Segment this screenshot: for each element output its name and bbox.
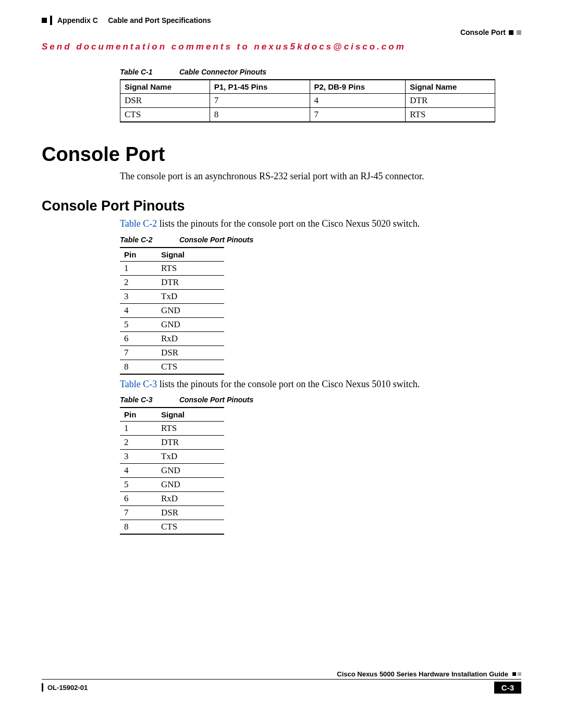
col-header: Signal Name [406,80,495,94]
table-row: 3TxD [120,449,224,463]
table-row: 3TxD [120,289,224,303]
cell: RxD [157,491,224,505]
cell: 7 [120,346,157,360]
square-bullet-icon [42,18,47,23]
table-row: 5GND [120,477,224,491]
table-row: 1RTS [120,261,224,275]
table-c1-caption: Table C-1 Cable Connector Pinouts [120,68,521,76]
cell: DSR [157,346,224,360]
cell: CTS [157,360,224,374]
cell: GND [157,477,224,491]
table-row: 7DSR [120,505,224,520]
text: lists the pinouts for the console port o… [157,218,420,229]
cell: 2 [120,275,157,289]
table-row: Signal Name P1, P1-45 Pins P2, DB-9 Pins… [120,80,495,94]
cell: RTS [157,421,224,435]
table-c3: Pin Signal 1RTS 2DTR 3TxD 4GND 5GND 6RxD… [120,407,224,535]
paragraph: The console port is an asynchronous RS-2… [120,170,521,182]
table-c1: Signal Name P1, P1-45 Pins P2, DB-9 Pins… [120,79,495,122]
text: lists the pinouts for the console port o… [157,379,420,389]
cell: 8 [120,360,157,374]
cell: 1 [120,261,157,275]
footer-guide-row: Cisco Nexus 5000 Series Hardware Install… [42,670,521,680]
table-c3-caption: Table C-3 Console Port Pinouts [120,396,521,404]
page-number: C-3 [494,682,521,694]
cell: 5 [120,477,157,491]
page: Appendix C Cable and Port Specifications… [0,0,563,714]
table-row: 7DSR [120,346,224,360]
table-row: 2DTR [120,435,224,449]
header-left: Appendix C Cable and Port Specifications [42,16,521,25]
footer-bottom-row: OL-15902-01 C-3 [42,680,521,694]
cell: DTR [157,275,224,289]
table-row: 4GND [120,463,224,477]
paragraph: Table C-3 lists the pinouts for the cons… [120,378,521,390]
footer-doc-num: OL-15902-01 [42,683,88,692]
col-header: Pin [120,408,157,422]
table-row: Pin Signal [120,248,224,262]
heading-console-port-pinouts: Console Port Pinouts [42,198,521,214]
table-row: 8CTS [120,360,224,374]
table-c2: Pin Signal 1RTS 2DTR 3TxD 4GND 5GND 6RxD… [120,247,224,375]
cell: 2 [120,435,157,449]
heading-console-port: Console Port [42,143,521,166]
cell: 6 [120,331,157,346]
cell: 4 [120,303,157,317]
send-comments-banner: Send documentation comments to nexus5kdo… [42,42,521,52]
xref-table-c3[interactable]: Table C-3 [120,379,157,389]
cell: 4 [120,463,157,477]
col-header: Pin [120,248,157,262]
col-header: Signal [157,408,224,422]
cell: DTR [157,435,224,449]
bar-icon [42,683,43,692]
col-header: Signal [157,248,224,262]
col-header: P2, DB-9 Pins [310,80,406,94]
cell: 7 [120,505,157,520]
cell: 5 [120,317,157,331]
table-c3-title: Console Port Pinouts [179,396,253,404]
paragraph: Table C-2 lists the pinouts for the cons… [120,217,521,230]
cell: CTS [120,108,210,122]
table-row: 5GND [120,317,224,331]
xref-table-c2[interactable]: Table C-2 [120,218,157,229]
cell: 7 [310,108,406,122]
cell: DSR [157,505,224,520]
header-right: Console Port [42,28,521,36]
square-bullet-icon [517,30,521,35]
table-c1-title: Cable Connector Pinouts [179,68,266,76]
table-row: 4GND [120,303,224,317]
cell: 1 [120,421,157,435]
cell: 7 [210,94,310,108]
bar-icon [50,16,52,25]
cell: DTR [406,94,495,108]
header-appendix: Appendix C Cable and Port Specifications [57,16,211,24]
cell: CTS [157,520,224,534]
table-row: 6RxD [120,491,224,505]
footer-guide-title: Cisco Nexus 5000 Series Hardware Install… [337,670,508,678]
dots-icon [512,672,521,676]
footer: Cisco Nexus 5000 Series Hardware Install… [42,670,521,694]
table-c3-num: Table C-3 [120,396,177,404]
cell: TxD [157,289,224,303]
cell: 3 [120,289,157,303]
table-row: 6RxD [120,331,224,346]
footer-doc-num-text: OL-15902-01 [47,684,88,692]
cell: GND [157,317,224,331]
col-header: P1, P1-45 Pins [210,80,310,94]
cell: RTS [406,108,495,122]
table-row: 2DTR [120,275,224,289]
cell: GND [157,463,224,477]
table-row: 1RTS [120,421,224,435]
cell: DSR [120,94,210,108]
cell: 4 [310,94,406,108]
cell: TxD [157,449,224,463]
header-section-label: Console Port [460,28,506,36]
cell: RTS [157,261,224,275]
table-row: Pin Signal [120,408,224,422]
col-header: Signal Name [120,80,210,94]
cell: 6 [120,491,157,505]
cell: 8 [210,108,310,122]
cell: 3 [120,449,157,463]
cell: GND [157,303,224,317]
cell: 8 [120,520,157,534]
